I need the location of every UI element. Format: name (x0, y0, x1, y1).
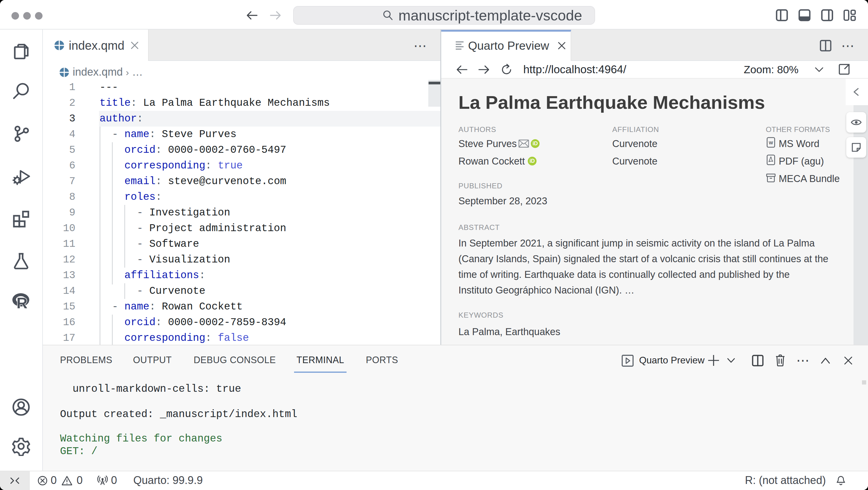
svg-text:W: W (769, 140, 773, 145)
svg-text:R: R (17, 295, 27, 312)
